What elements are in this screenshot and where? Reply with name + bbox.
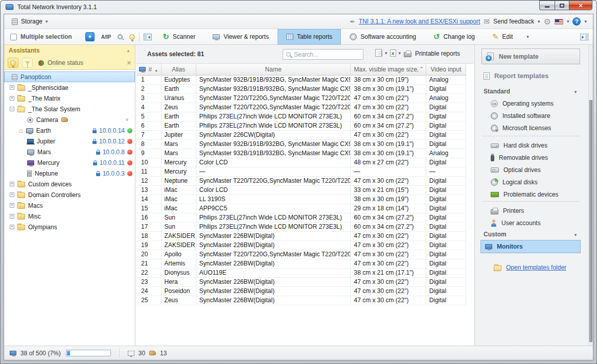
chevron-down-icon[interactable]: ▾ <box>567 19 569 24</box>
table-row[interactable]: 6 Earth Philips 273EL(27inch Wide LCD MO… <box>136 121 466 130</box>
table-row[interactable]: 19 ZAKSIDER SyncMaster 226BW(Digital) 47… <box>136 240 466 250</box>
table-row[interactable]: 23 Hera SyncMaster 226BW(Digital) 47 cm … <box>136 277 466 286</box>
template-operating-systems[interactable]: Operating systems <box>491 99 554 108</box>
table-row[interactable]: 18 ZAKSIDER SyncMaster 226BW(Digital) 47… <box>136 231 466 240</box>
table-row[interactable]: 25 Zeus SyncMaster 226BW(Digital) 47 cm … <box>136 296 466 305</box>
help-icon[interactable] <box>572 17 581 26</box>
table-row[interactable]: 13 iMac Color LCD 33 cm x 21 cm (15") Di… <box>136 185 466 195</box>
table-row[interactable]: 11 Mercury — — — <box>136 167 466 176</box>
tree-item-mars[interactable]: Mars 10.0.0.8 <box>4 147 135 157</box>
template-printers[interactable]: Printers <box>491 206 524 215</box>
column-header-size[interactable]: Max. visible image size, " <box>351 64 426 75</box>
collapse-sidebar-icon[interactable] <box>144 34 152 40</box>
expand-icon[interactable] <box>10 96 14 101</box>
expand-icon[interactable] <box>10 225 14 229</box>
table-row[interactable]: 16 Sun Philips 273EL(27inch Wide LCD MON… <box>136 213 466 222</box>
chevron-down-icon[interactable]: ▾ <box>399 51 401 56</box>
gear-icon[interactable] <box>544 17 551 27</box>
collapse-icon[interactable] <box>10 107 14 111</box>
template-installed-software[interactable]: Installed software <box>491 111 550 120</box>
tree-item-jupiter[interactable]: Jupiter 10.0.0.12 <box>4 136 135 147</box>
table-row[interactable]: 22 Dionysus AUO119E 38 cm x 21 cm (17.1"… <box>136 268 466 277</box>
tree-item-spheniscidae[interactable]: _Spheniscidae <box>4 82 135 93</box>
tree-item-macs[interactable]: Macs <box>4 200 135 211</box>
open-templates-folder-link[interactable]: Open templates folder <box>506 264 566 271</box>
send-feedback-button[interactable]: Send feedback <box>493 18 534 25</box>
tree-item-mercury[interactable]: Mercury 10.0.0.11 <box>4 157 135 168</box>
tab-software-accounting[interactable]: Software accounting <box>341 29 425 44</box>
column-header-alias[interactable]: Alias <box>161 64 196 75</box>
column-header-video[interactable]: Video input <box>426 64 466 75</box>
table-row[interactable]: 15 iMac APP9CC5 29 cm x 18 cm (14") Digi… <box>136 204 466 213</box>
column-header-number[interactable]: # <box>136 64 161 75</box>
table-row[interactable]: 7 Jupiter SyncMaster 226CW(Digital) 47 c… <box>136 130 466 139</box>
tree-item-domain-controllers[interactable]: Domain Controllers <box>4 189 135 200</box>
template-removable-drives[interactable]: Removable drives <box>491 153 548 162</box>
chevron-down-icon[interactable]: ▾ <box>385 51 387 56</box>
template-optical-drives[interactable]: Optical drives <box>491 165 541 175</box>
multiple-selection-toggle[interactable]: Multiple selection <box>10 33 72 40</box>
table-row[interactable]: 2 Earth SyncMaster 932B/191B/932BG, Sync… <box>136 84 466 93</box>
add-device-button[interactable] <box>85 32 95 41</box>
alias-ip-toggle[interactable] <box>101 34 111 40</box>
table-row[interactable]: 24 Poseidon SyncMaster 226BW(Digital) 47… <box>136 286 466 296</box>
export-text-icon[interactable] <box>377 50 382 57</box>
news-link[interactable]: TNI 3.1.1: A new look and ESX/ESXi suppo… <box>359 18 480 25</box>
table-row[interactable]: 8 Mars SyncMaster 932B/191B/932BG, SyncM… <box>136 139 466 149</box>
tab-change-log[interactable]: Change log <box>425 29 484 44</box>
collapse-section-icon[interactable] <box>573 232 578 237</box>
minimize-button[interactable] <box>539 1 555 10</box>
expand-icon[interactable] <box>10 85 14 90</box>
template-microsoft-licenses[interactable]: Microsoft licenses <box>491 124 551 133</box>
tree-item-solar-system[interactable]: _The Solar System <box>4 104 135 114</box>
tab-scanner[interactable]: Scanner <box>154 29 204 44</box>
tree-item-misc[interactable]: Misc <box>4 211 135 222</box>
tree-item-olympians[interactable]: Olympians <box>4 222 135 232</box>
edit-dropdown[interactable]: ▾ <box>521 29 534 44</box>
tab-edit[interactable]: Edit <box>484 29 521 44</box>
tree-item-camera[interactable]: Camera <box>4 114 135 125</box>
collapse-right-panel-icon[interactable] <box>580 34 588 40</box>
tab-table-reports[interactable]: Table reports <box>278 29 341 44</box>
titlebar[interactable]: Total Network Inventory 3.1.1 <box>0 0 597 14</box>
storage-menu-button[interactable]: Storage ▾ <box>8 16 52 27</box>
table-row[interactable]: 14 iMac LL 3190S 38 cm x 30 cm (19") Dig… <box>136 195 466 204</box>
table-row[interactable]: 12 Neptune SyncMaster T220/T220G,SyncMas… <box>136 176 466 185</box>
search-box[interactable] <box>283 49 363 60</box>
expand-icon[interactable] <box>10 203 14 208</box>
tab-viewer-reports[interactable]: Viewer & reports <box>204 29 277 44</box>
template-logical-disks[interactable]: Logical disks <box>491 178 538 187</box>
scrollbar-thumb[interactable] <box>589 100 592 342</box>
search-icon[interactable] <box>118 34 123 39</box>
expand-icon[interactable] <box>10 182 14 186</box>
open-templates-folder[interactable]: Open templates folder <box>494 264 566 271</box>
chevron-down-icon[interactable]: ▾ <box>538 19 540 24</box>
multiple-selection-checkbox[interactable] <box>10 34 17 40</box>
new-template-button[interactable]: New template <box>481 48 580 64</box>
search-input[interactable] <box>294 51 350 58</box>
close-button[interactable] <box>569 1 592 10</box>
expand-icon[interactable] <box>10 192 14 197</box>
scrollbar[interactable] <box>588 45 593 346</box>
table-row[interactable]: 3 Uranus SyncMaster T220/T220G,SyncMaste… <box>136 93 466 103</box>
table-row[interactable]: 17 Sun Philips 273EL(27inch Wide LCD MON… <box>136 222 466 231</box>
tree-item-neptune[interactable]: Neptune 10.0.0.3 <box>4 168 135 179</box>
template-hard-disk-drives[interactable]: Hard disk drives <box>491 141 547 150</box>
lightbulb-toggle-button[interactable] <box>8 58 18 68</box>
table-row[interactable]: 9 Mars SyncMaster 932B/191B/932BG, SyncM… <box>136 149 466 158</box>
table-row[interactable]: 10 Mercury Color LCD 48 cm x 27 cm (22")… <box>136 158 466 167</box>
section-standard[interactable]: Standard <box>484 88 578 95</box>
tree-item-storage-root[interactable]: Panopticon <box>4 71 135 82</box>
expand-icon[interactable] <box>10 214 14 219</box>
table-row[interactable]: 4 Zeus SyncMaster T220/T220G,SyncMaster … <box>136 103 466 112</box>
table-row[interactable]: 1 Eudyptes SyncMaster 932B/191B/932BG, S… <box>136 75 466 84</box>
template-user-accounts[interactable]: User accounts <box>491 219 541 228</box>
collapse-section-icon[interactable] <box>573 89 578 94</box>
maximize-button[interactable] <box>555 1 569 10</box>
tree-item-earth[interactable]: Earth 10.0.0.14 <box>4 125 135 136</box>
printable-reports-button[interactable]: Printable reports <box>404 50 460 57</box>
template-problematic-devices[interactable]: Problematic devices <box>491 190 558 199</box>
table-row[interactable]: 21 Artemis SyncMaster 226BW(Digital) 47 … <box>136 259 466 268</box>
language-flag-icon[interactable] <box>555 19 563 25</box>
filter-toggle-button[interactable] <box>22 58 33 68</box>
